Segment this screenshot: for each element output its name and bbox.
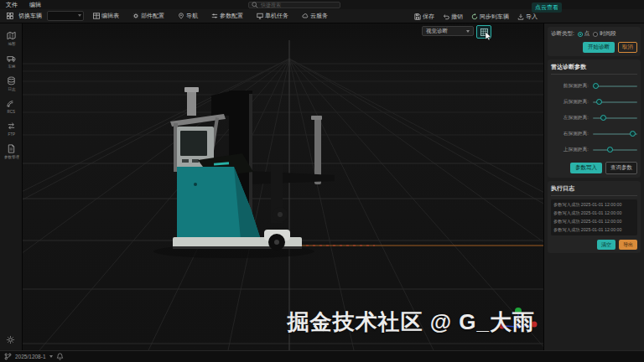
- sidebar-item-label: FTP: [8, 132, 15, 136]
- slider-front[interactable]: [593, 85, 637, 87]
- switch-vehicle-label: 切换车辆: [18, 12, 42, 20]
- toolbar-button-cloud-service[interactable]: 云服务: [298, 12, 332, 20]
- status-bar: 2025/1208-1: [0, 350, 644, 362]
- import-button[interactable]: 导入: [513, 13, 542, 21]
- sidebar-item-vehicle[interactable]: 车辆: [0, 54, 23, 69]
- toolbar-button-label: 导入: [526, 13, 538, 21]
- sidebar-item-logs[interactable]: 日志: [0, 76, 23, 91]
- slider-label: 右探测距离:: [552, 130, 589, 137]
- toolbar-button-standalone-task[interactable]: 单机任务: [252, 12, 293, 20]
- menu-edit[interactable]: 编辑: [23, 0, 47, 9]
- toolbar-left: 切换车辆 编辑表 部件配置 导航 参数配置 单机任务 云服务: [0, 11, 332, 21]
- sidebar-item-map[interactable]: 地图: [0, 31, 23, 46]
- start-diagnosis-button[interactable]: 开始诊断: [583, 42, 615, 53]
- bell-icon[interactable]: [56, 353, 64, 360]
- chevron-down-icon: [78, 14, 81, 17]
- radio-timerange[interactable]: 时间段: [593, 30, 616, 38]
- undo-button[interactable]: 撤销: [439, 13, 467, 21]
- slider-row-right: 右探测距离:: [551, 126, 637, 142]
- capture-tool-button[interactable]: [476, 25, 491, 39]
- execution-log-card: 执行日志 参数写入成功 2025-01-01 12:00:00 参数写入成功 2…: [548, 181, 641, 253]
- save-icon: [414, 13, 421, 20]
- import-icon: [517, 13, 524, 20]
- search-input[interactable]: 快捷搜索: [248, 2, 340, 8]
- mouse-cursor-icon: [485, 32, 492, 41]
- toolbar-button-navigation[interactable]: 导航: [174, 12, 202, 20]
- slider-rear[interactable]: [593, 101, 637, 103]
- vehicle-diagnostics-app: { "menu_bar": { "items": ["文件", "编辑"], "…: [0, 0, 644, 362]
- toolbar-button-parameter-config[interactable]: 参数配置: [207, 12, 247, 20]
- save-button[interactable]: 保存: [410, 13, 439, 21]
- diagnosis-type-label: 诊断类型:: [551, 30, 574, 38]
- slider-handle[interactable]: [596, 99, 602, 105]
- log-entry: 参数写入成功 2025-01-01 12:00:00: [553, 202, 631, 208]
- toolbar-button-component-config[interactable]: 部件配置: [128, 12, 169, 20]
- diagnosis-type-card: 诊断类型: 点 时间段 开始诊断 取消: [548, 27, 641, 56]
- toolbar-button-label: 保存: [423, 13, 434, 21]
- slider-label: 左探测距离:: [552, 114, 589, 122]
- slider-row-front: 前探测距离:: [551, 78, 637, 94]
- slider-handle[interactable]: [600, 115, 606, 121]
- execution-log-title: 执行日志: [551, 184, 637, 196]
- write-params-button[interactable]: 参数写入: [570, 163, 602, 173]
- sidebar-item-label: 地图: [8, 41, 15, 45]
- slider-row-left: 左探测距离:: [551, 110, 637, 126]
- toolbar-button-label: 导航: [186, 12, 198, 20]
- toolbar-button-label: 同步到车辆: [480, 13, 509, 21]
- slider-row-up: 上探测距离:: [551, 142, 637, 158]
- settings-gear-button[interactable]: [6, 333, 15, 348]
- slider-up[interactable]: [593, 149, 637, 151]
- version-label[interactable]: 2025/1208-1: [15, 354, 46, 359]
- sync-to-vehicle-button[interactable]: 同步到车辆: [467, 13, 513, 21]
- slider-right[interactable]: [593, 133, 637, 135]
- log-entry: 参数写入成功 2025-01-01 12:00:00: [553, 219, 631, 225]
- slider-handle[interactable]: [593, 83, 599, 89]
- signal-icon: [7, 99, 16, 108]
- sidebar-item-ftp[interactable]: FTP: [0, 122, 23, 137]
- pointcloud-view-button[interactable]: 点云查看: [532, 3, 562, 13]
- query-params-button[interactable]: 查询参数: [605, 162, 637, 174]
- slider-left[interactable]: [593, 117, 637, 119]
- log-entry: 参数写入成功 2025-01-01 12:00:00: [553, 210, 631, 216]
- sidebar-item-rcs[interactable]: RCS: [0, 99, 23, 114]
- log-entry: 参数写入成功 2025-01-01 12:00:00: [553, 227, 631, 233]
- undo-icon: [443, 13, 449, 20]
- cancel-button[interactable]: 取消: [618, 42, 637, 53]
- table-icon: [93, 13, 100, 19]
- vehicle-icon: [7, 54, 16, 63]
- menu-file[interactable]: 文件: [0, 0, 23, 9]
- slider-handle[interactable]: [630, 131, 636, 137]
- toolbar-button-edit-table[interactable]: 编辑表: [89, 12, 123, 20]
- layout-grid-icon[interactable]: [7, 13, 13, 19]
- slider-label: 前探测距离:: [552, 82, 589, 90]
- clear-log-button[interactable]: 清空: [597, 240, 615, 250]
- toolbar-right: 保存 撤销 同步到车辆 导入: [410, 9, 542, 23]
- sidebar-item-label: 车辆: [8, 64, 15, 68]
- radio-label: 点: [584, 30, 590, 38]
- toolbar-button-label: 参数配置: [220, 12, 243, 20]
- watermark-text: 掘金技术社区 @ G_大雨: [288, 308, 535, 337]
- 3d-viewport[interactable]: 视觉诊断 掘金技术社区 @ G_大雨: [23, 23, 543, 350]
- slider-row-rear: 后探测距离:: [551, 94, 637, 110]
- gear-icon: [6, 335, 15, 344]
- toolbar-button-label: 部件配置: [141, 12, 164, 20]
- radio-point[interactable]: 点: [578, 30, 590, 38]
- sidebar-item-label: 参数管理: [4, 154, 19, 158]
- export-log-button[interactable]: 导出: [619, 240, 637, 250]
- sidebar-item-parameter-manage[interactable]: 参数管理: [0, 144, 23, 159]
- toolbar-button-label: 云服务: [310, 12, 328, 20]
- transfer-icon: [7, 122, 16, 131]
- database-icon: [7, 76, 16, 85]
- gear-icon: [132, 13, 139, 19]
- slider-handle[interactable]: [607, 147, 613, 153]
- branch-icon: [4, 353, 12, 360]
- radar-params-card: 雷达诊断参数 前探测距离: 后探测距离: 左探测距离: 右探测距离: 上探测距离…: [548, 59, 641, 178]
- chevron-down-icon: [466, 30, 470, 33]
- viewport-mode-value: 视觉诊断: [426, 28, 448, 35]
- vehicle-select[interactable]: [47, 11, 84, 21]
- slider-label: 后探测距离:: [552, 98, 589, 106]
- toolbar-button-label: 编辑表: [101, 12, 119, 20]
- search-placeholder: 快捷搜索: [261, 2, 281, 8]
- viewport-mode-dropdown[interactable]: 视觉诊断: [422, 26, 474, 36]
- sidebar-item-label: 日志: [8, 86, 15, 90]
